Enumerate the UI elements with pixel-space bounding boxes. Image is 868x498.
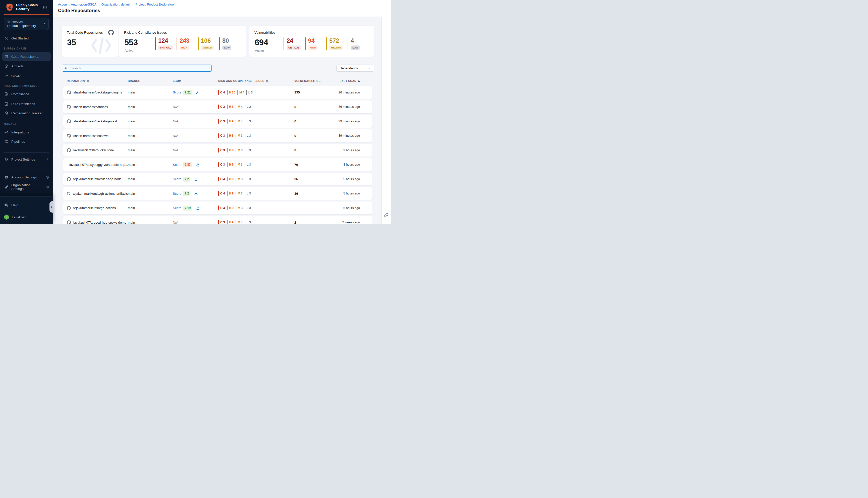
table-row[interactable]: tejakummarikuntla/gh-actions main Score …	[63, 201, 372, 214]
last-scan-value: 3 hours ago	[335, 163, 372, 166]
pipelines-icon	[4, 139, 9, 144]
search-icon	[65, 66, 68, 70]
download-sbom-button[interactable]	[194, 192, 198, 196]
repository-name[interactable]: tejakummarikuntla/gh-actions-artifacts	[73, 192, 128, 196]
table-row[interactable]: lavakush07/StarbucksClone main N/A C 3H …	[63, 144, 372, 157]
severity-count: 4	[351, 38, 360, 44]
last-scan-value: 5 hours ago	[335, 206, 372, 210]
risk-chip-l: L 2	[245, 105, 251, 109]
risk-chip-h: H 8	[227, 105, 233, 109]
table-row[interactable]: tejakummarikuntla/gh-actions-artifacts m…	[63, 187, 372, 200]
table-row[interactable]: shash-harness/shashwat main N/A C 3H 8M …	[63, 129, 372, 142]
vulnerabilities-count: 0	[294, 148, 335, 152]
table-row[interactable]: tejakummarikuntla/filler-app-node main S…	[63, 173, 372, 185]
app-window: Supply ChainSecurity PROJECT Product Exp…	[0, 0, 391, 224]
vulnerabilities-count: 0	[294, 134, 335, 138]
branch-value: main	[128, 148, 173, 152]
sidebar-item-remediation-tracker[interactable]: Remediation Tracker	[2, 109, 51, 117]
box-wrench-icon	[4, 111, 9, 115]
risk-chip-h: H 9	[227, 162, 233, 167]
github-icon	[67, 119, 71, 123]
project-selector[interactable]: PROJECT Product Exploratory	[4, 18, 49, 30]
risk-chip-c: C 3	[218, 220, 225, 224]
app-switcher-grid-icon[interactable]	[43, 6, 47, 9]
severity-count: 94	[308, 38, 318, 44]
sidebar-item-artifacts[interactable]: Artifacts	[2, 62, 51, 70]
chip-bar-icon	[227, 191, 228, 196]
risk-chip-l: L 3	[245, 133, 251, 138]
chip-bar-icon	[236, 162, 236, 167]
branch-value: main	[128, 119, 173, 123]
sidebar-item-help[interactable]: ? Help	[2, 201, 51, 209]
breadcrumb: Account: Automation-SSCA › Organization:…	[58, 3, 175, 6]
sidebar-divider	[3, 152, 49, 153]
column-header-repository[interactable]: REPOSITORY	[63, 79, 128, 83]
search-box	[62, 65, 212, 71]
sidebar-item-pipelines[interactable]: Pipelines	[2, 137, 51, 145]
breadcrumb-account-link[interactable]: Account: Automation-SSCA	[58, 3, 96, 6]
github-icon	[67, 192, 70, 196]
column-header-risk[interactable]: RISK AND COMPLIANCE ISSUES	[218, 79, 294, 83]
column-header-last-scan[interactable]: LAST SCAN	[335, 79, 372, 82]
breadcrumb-project-link[interactable]: Project: Product Exploratory	[135, 3, 175, 6]
download-sbom-button[interactable]	[196, 90, 200, 94]
table-row[interactable]: shash-harness/backstage-plugins main Sco…	[63, 86, 372, 99]
info-circle-icon[interactable]	[46, 175, 49, 179]
download-sbom-button[interactable]	[196, 206, 200, 210]
repository-name[interactable]: shash-harness/backstage-plugins	[74, 90, 122, 94]
sidebar-item-account-settings[interactable]: Account Settings	[2, 173, 51, 181]
risk-issues-cell: C 3H 8M 3L 3	[218, 133, 294, 138]
risk-chip-l: L 3	[245, 148, 251, 153]
severity-badge: CRITICAL	[158, 45, 173, 50]
score-label: Score	[173, 90, 181, 94]
repository-name[interactable]: tejakummarikuntla/filler-app-node	[74, 177, 122, 181]
download-sbom-button[interactable]	[194, 177, 198, 181]
branch-value: main	[128, 221, 173, 224]
risk-issues-cell: C 3H 9M 4L 3	[218, 220, 294, 224]
sidebar-item-compliance[interactable]: Compliance	[2, 90, 51, 98]
download-sbom-button[interactable]	[196, 163, 200, 167]
repository-name[interactable]: lavakush07/argocd-hub-spoke-demo	[74, 221, 126, 224]
table-row[interactable]: lavakush07/argocd-hub-spoke-demo main N/…	[63, 216, 372, 224]
branch-value: main	[128, 163, 173, 167]
sidebar-item-cicd[interactable]: ∞ CI/CD	[2, 71, 51, 80]
sidebar-item-code-repositories[interactable]: Code Repositories	[2, 52, 51, 61]
chip-bar-icon	[218, 176, 219, 181]
divider	[194, 205, 194, 211]
risk-chip-c: C 4	[218, 206, 225, 210]
risk-chip-c: C 3	[218, 119, 225, 123]
severity-low: 4 LOW	[348, 37, 369, 50]
sbom-cell: N/A	[173, 119, 218, 123]
repository-name[interactable]: tejakummarikuntla/gh-actions	[74, 206, 116, 210]
repository-name[interactable]: shash-harness/backstage-test	[74, 119, 117, 123]
sidebar-collapse-handle[interactable]: ◀	[50, 201, 53, 212]
risk-chip-l: L 3	[245, 162, 251, 167]
repository-name[interactable]: shash-harness/sandbox	[74, 105, 108, 109]
user-menu[interactable]: L Lavakush	[2, 213, 51, 221]
last-scan-value: 36 minutes ago	[335, 91, 372, 94]
severity-count: 243	[179, 38, 189, 44]
sidebar-item-get-started[interactable]: Get Started	[2, 34, 51, 42]
risk-chip-m: M 3	[236, 206, 243, 210]
sidebar-item-organization-settings[interactable]: Organization Settings	[2, 183, 51, 191]
risk-chip-l: L 3	[245, 176, 251, 181]
repository-name[interactable]: shash-harness/shashwat	[74, 134, 109, 138]
sidebar-item-project-settings[interactable]: ⚙ Project Settings	[2, 155, 51, 163]
risk-chip-l: L 3	[245, 206, 251, 210]
table-row[interactable]: shash-harness/sandbox main N/A C 3H 8M 4…	[63, 101, 372, 113]
table-row[interactable]: shash-harness/backstage-test main N/A C …	[63, 115, 372, 128]
table-row[interactable]: lavakush07/easybuggy-vulnerable-app... m…	[63, 158, 372, 171]
chip-bar-icon	[227, 162, 228, 167]
repository-name[interactable]: lavakush07/easybuggy-vulnerable-app...	[69, 163, 128, 167]
breadcrumb-org-link[interactable]: Organization: default	[102, 3, 130, 6]
risk-chip-h: H 9	[227, 220, 233, 224]
chat-support-icon[interactable]	[384, 212, 389, 218]
sidebar-item-integrations[interactable]: Integrations	[2, 128, 51, 136]
search-input[interactable]	[70, 66, 201, 70]
info-circle-icon[interactable]	[46, 185, 49, 189]
dependency-filter-dropdown[interactable]: Dependency	[336, 65, 374, 71]
repository-name[interactable]: lavakush07/StarbucksClone	[74, 148, 114, 152]
sidebar-item-rule-definitions[interactable]: Rule Definitions	[2, 100, 51, 108]
branch-value: main	[128, 177, 173, 181]
chip-bar-icon	[236, 133, 236, 138]
